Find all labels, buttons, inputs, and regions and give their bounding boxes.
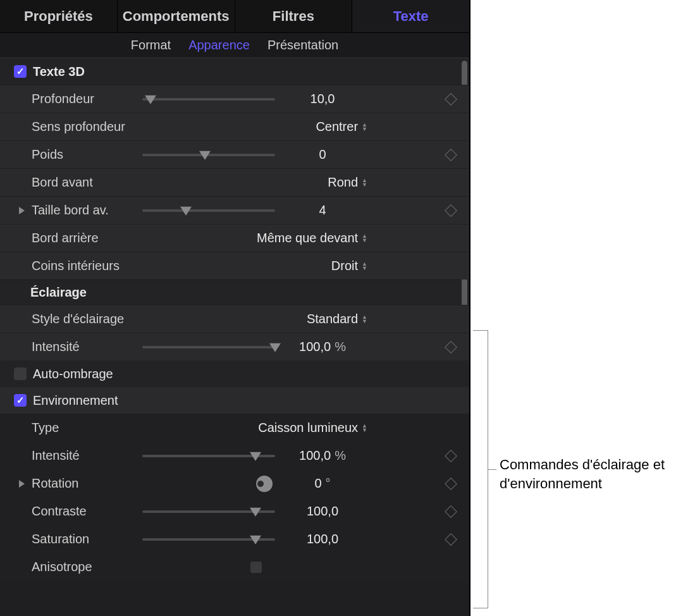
disclosure-front-edge-size[interactable]: [19, 207, 25, 214]
label-back-edge: Bord arrière: [32, 231, 142, 245]
value-depth[interactable]: 10,0: [275, 92, 370, 106]
row-depth-dir: Sens profondeur Centrer ▲▼: [0, 113, 469, 140]
keyframe-env-saturation[interactable]: [445, 533, 457, 546]
value-lighting-intensity[interactable]: 100,0%: [275, 340, 370, 354]
row-lighting-intensity: Intensité 100,0%: [0, 333, 469, 360]
callout-text: Commandes d'éclairage et d'environnement: [500, 455, 695, 493]
row-env-anisotropic: Anisotrope: [0, 553, 469, 581]
popup-inside-corners[interactable]: Droit ▲▼: [142, 259, 370, 273]
value-env-rotation[interactable]: 0°: [275, 476, 370, 491]
label-lighting-intensity: Intensité: [32, 340, 142, 354]
label-env-rotation: Rotation: [32, 476, 142, 491]
label-depth: Profondeur: [32, 92, 142, 106]
slider-env-contrast[interactable]: [142, 505, 275, 518]
row-weight: Poids 0: [0, 140, 469, 168]
row-front-edge-size: Taille bord av. 4: [0, 196, 469, 224]
label-env-contrast: Contraste: [32, 504, 142, 519]
slider-lighting-intensity[interactable]: [142, 341, 275, 354]
checkbox-environment[interactable]: [14, 394, 27, 407]
label-front-edge: Bord avant: [32, 175, 142, 190]
section-lighting: Éclairage: [0, 280, 469, 305]
label-env-type: Type: [32, 421, 142, 435]
row-env-intensity: Intensité 100,0%: [0, 441, 469, 469]
checkbox-self-shadow[interactable]: [14, 367, 27, 380]
section-lighting-label: Éclairage: [30, 285, 87, 300]
label-weight: Poids: [32, 147, 142, 162]
label-depth-dir: Sens profondeur: [32, 120, 142, 134]
tab-behaviors[interactable]: Comportements: [118, 0, 235, 32]
row-inside-corners: Coins intérieurs Droit ▲▼: [0, 252, 469, 280]
slider-depth[interactable]: [142, 93, 275, 106]
checkbox-anisotropic[interactable]: [250, 562, 262, 573]
slider-env-intensity[interactable]: [142, 450, 275, 462]
value-front-edge-size[interactable]: 4: [275, 203, 370, 218]
row-front-edge: Bord avant Rond ▲▼: [0, 168, 469, 196]
label-env-intensity: Intensité: [32, 448, 142, 463]
popup-front-edge[interactable]: Rond ▲▼: [142, 175, 370, 190]
chevron-updown-icon: ▲▼: [362, 262, 367, 271]
slider-front-edge-size[interactable]: [142, 204, 275, 217]
inspector-panel: Propriétés Comportements Filtres Texte F…: [0, 0, 471, 616]
label-inside-corners: Coins intérieurs: [32, 259, 142, 273]
row-env-saturation: Saturation 100,0: [0, 525, 469, 553]
subtab-format[interactable]: Format: [131, 38, 171, 52]
row-env-type: Type Caisson lumineux ▲▼: [0, 414, 469, 441]
label-env-saturation: Saturation: [32, 532, 142, 546]
main-tabs: Propriétés Comportements Filtres Texte: [0, 0, 469, 33]
popup-depth-dir[interactable]: Centrer ▲▼: [142, 120, 370, 134]
label-self-shadow: Auto-ombrage: [33, 367, 113, 381]
tab-properties[interactable]: Propriétés: [0, 0, 118, 32]
keyframe-weight[interactable]: [445, 149, 457, 161]
section-text3d[interactable]: Texte 3D: [0, 58, 469, 85]
keyframe-front-edge-size[interactable]: [445, 204, 457, 217]
keyframe-lighting-intensity[interactable]: [445, 341, 457, 354]
sub-tabs: Format Apparence Présentation: [0, 33, 469, 58]
inspector-body: Texte 3D Profondeur 10,0 Sens profondeur…: [0, 58, 469, 616]
tab-text[interactable]: Texte: [352, 0, 469, 32]
section-self-shadow[interactable]: Auto-ombrage: [0, 360, 469, 387]
value-env-saturation[interactable]: 100,0: [275, 532, 370, 546]
keyframe-env-intensity[interactable]: [445, 450, 457, 462]
chevron-updown-icon: ▲▼: [362, 424, 367, 433]
slider-env-saturation[interactable]: [142, 533, 275, 546]
disclosure-env-rotation[interactable]: [19, 480, 25, 488]
callout-bracket: [473, 330, 488, 608]
row-env-rotation: Rotation 0°: [0, 469, 469, 497]
keyframe-depth[interactable]: [445, 93, 457, 106]
subtab-appearance[interactable]: Apparence: [188, 38, 250, 52]
keyframe-env-rotation[interactable]: [445, 477, 457, 490]
section-environment[interactable]: Environnement: [0, 387, 469, 414]
row-back-edge: Bord arrière Même que devant ▲▼: [0, 224, 469, 252]
row-env-contrast: Contraste 100,0: [0, 497, 469, 525]
label-lighting-style: Style d'éclairage: [32, 312, 142, 326]
label-env-anisotropic: Anisotrope: [32, 560, 142, 574]
value-weight[interactable]: 0: [275, 147, 370, 162]
value-env-intensity[interactable]: 100,0%: [275, 448, 370, 463]
dial-env-rotation[interactable]: [142, 477, 275, 490]
chevron-updown-icon: ▲▼: [362, 315, 367, 324]
row-lighting-style: Style d'éclairage Standard ▲▼: [0, 305, 469, 333]
label-front-edge-size: Taille bord av.: [32, 203, 142, 218]
slider-weight[interactable]: [142, 149, 275, 161]
popup-lighting-style[interactable]: Standard ▲▼: [142, 312, 370, 326]
popup-env-type[interactable]: Caisson lumineux ▲▼: [142, 421, 370, 435]
checkbox-text3d[interactable]: [14, 65, 27, 78]
label-environment: Environnement: [33, 393, 118, 408]
subtab-layout[interactable]: Présentation: [268, 38, 338, 52]
popup-back-edge[interactable]: Même que devant ▲▼: [142, 231, 370, 245]
chevron-updown-icon: ▲▼: [362, 234, 367, 243]
value-env-contrast[interactable]: 100,0: [275, 504, 370, 519]
section-text3d-label: Texte 3D: [33, 65, 85, 79]
tab-filters[interactable]: Filtres: [235, 0, 353, 32]
row-depth: Profondeur 10,0: [0, 85, 469, 113]
chevron-updown-icon: ▲▼: [362, 123, 367, 132]
keyframe-env-contrast[interactable]: [445, 505, 457, 518]
chevron-updown-icon: ▲▼: [362, 178, 367, 187]
